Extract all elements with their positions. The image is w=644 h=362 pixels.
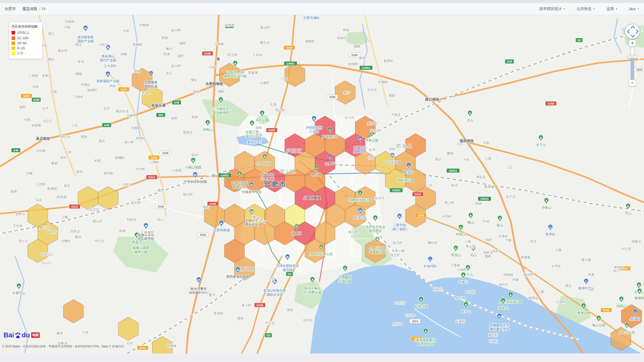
shield-text: S102: [286, 46, 293, 49]
tree-trunk: [239, 175, 240, 175]
legend-label: 6~15: [17, 46, 25, 50]
baidu-logo-bai: Bai: [4, 331, 14, 339]
tree-trunk: [456, 249, 456, 250]
zoom-in-button[interactable]: +: [629, 40, 636, 47]
map-label-town: 李大郢: [345, 116, 354, 120]
map-label-green: 棋盘山: [132, 240, 142, 244]
map-label-town: 郭郢: [255, 126, 262, 130]
toolbar-menu-1[interactable]: 公共快充 ▾: [577, 7, 595, 11]
shield-text: G5011: [449, 169, 457, 172]
map-label-town: 小郭村: [441, 214, 452, 218]
map-label-green: 尖山: [470, 253, 477, 257]
map-label-blue: 肥东站: [404, 170, 414, 174]
map-label-town: 山门李: [405, 313, 415, 317]
map-label-town: 徐郢: [368, 156, 375, 160]
zoom-slider-track[interactable]: [631, 47, 634, 79]
map-label-town: 松柯洪: [433, 288, 443, 291]
map-label-town: 践阳庙: [529, 296, 538, 300]
road-shield: G3: [286, 272, 293, 276]
map-label-dark: 银水湾餐饮休闲垂钓中心: [189, 287, 209, 295]
map-label-green: 鸡鸣山: [203, 128, 213, 131]
map-label-town: 小钱村: [457, 268, 467, 272]
toolbar-menu-0[interactable]: 按市辖区统计 ▾: [539, 7, 565, 11]
road-shield: G40: [505, 59, 514, 64]
map-canvas[interactable]: G40G40G40G40G4001G4001G4001G4001G3WG3G50…: [0, 0, 644, 362]
map-label-town: 李岗: [161, 36, 168, 40]
map-label-green: 合肥植物园: [257, 162, 273, 165]
zoom-slider-handle[interactable]: [628, 55, 637, 59]
map-label-town: 汪岗村: [225, 23, 235, 27]
toolbar-menu-3[interactable]: 2km ▾: [629, 7, 639, 11]
map-label-town: 新庄: [435, 157, 441, 161]
legend-swatch: [12, 31, 15, 34]
road-shield: S102: [284, 46, 295, 50]
map-label-town: 蔡田埠: [368, 122, 377, 125]
pan-control[interactable]: [625, 24, 640, 39]
map-label-town: 井岗: [109, 84, 116, 88]
map-label-town: 合树: [26, 171, 33, 175]
tree-trunk: [360, 194, 360, 195]
map-label-town: 行山口: [42, 261, 52, 265]
app: G40G40G40G40G4001G4001G4001G4001G3WG3G50…: [0, 0, 644, 362]
map-label-town: 阮大郢: [131, 201, 141, 205]
pan-left-icon[interactable]: [627, 29, 631, 34]
map-label-town: 魏庄: [48, 57, 55, 61]
legend-swatch: [12, 52, 15, 55]
shield-text: G312: [148, 176, 155, 179]
map-label-green: 鸡笼山: [456, 232, 466, 236]
shield-text: X006: [329, 96, 336, 99]
legend: 符合条件的终端数 100以上 51~100 16~50 6~15 1~5: [9, 22, 42, 59]
map-label-town: 梁湾: [76, 170, 83, 174]
map-label-town: 陈大郢: [260, 26, 270, 29]
map-label-town: 曹郢: [237, 317, 244, 321]
shield-text: G4001: [221, 174, 229, 177]
pan-up-icon[interactable]: [630, 26, 635, 30]
shield-text: G3: [267, 334, 270, 337]
shield-text: G312: [415, 193, 421, 196]
tree-trunk: [598, 319, 599, 320]
map-label-town: 四棵椿: [167, 344, 177, 348]
shield-text: G206: [268, 129, 275, 132]
map-label-town: 小葛: [464, 240, 471, 243]
map-label-town: 大松棵: [36, 149, 46, 153]
map-label-town: 颜桥: [485, 254, 491, 258]
map-label-town: 墩冲: [75, 235, 81, 239]
road-shield: G312: [69, 204, 80, 209]
shield-text: X038: [157, 205, 164, 208]
map-label-town: 周文: [565, 284, 572, 288]
map-label-town: 小曹: [537, 290, 544, 294]
map-label-town: 黑小庄: [19, 239, 28, 243]
map-label-green: 龟山公园: [592, 323, 605, 327]
road-shield: G312: [146, 175, 157, 179]
map-label-town: 丁陈鲁: [451, 263, 460, 267]
map-label-town: 邓洼: [530, 240, 537, 243]
map-label-water: 董铺水库: [247, 140, 260, 144]
map-label-town: 高刘街道: [116, 109, 129, 113]
shield-text: G40: [507, 60, 512, 63]
shield-text: G206: [548, 102, 554, 105]
pan-down-icon[interactable]: [630, 33, 635, 37]
map-label-town: 军帅圩: [337, 36, 347, 40]
tree-trunk: [463, 276, 464, 277]
toolbar: 合肥市 覆盖格数：74 按市辖区统计 ▾公共快充 ▾运营 ▾2km ▾: [0, 3, 644, 15]
toolbar-menu-2[interactable]: 运营 ▾: [607, 7, 617, 11]
tree-trunk: [503, 302, 503, 302]
map-label-town: 青山傍: [466, 244, 475, 248]
map-label-green: 中国(合肥)非物质文化遗产园: [224, 70, 247, 78]
map-label-town: 楚岗: [80, 135, 87, 139]
map-label-town: 北店子: [43, 119, 53, 123]
map-label-town: 小林岗: [214, 42, 224, 46]
shield-text: G4001: [286, 62, 295, 65]
plane-glyph: ✈: [150, 72, 152, 75]
map-label-town: 黄时村: [488, 333, 498, 337]
tree-trunk: [500, 219, 500, 220]
map-label-town: 大老山口: [41, 252, 54, 256]
map-label-green: 黑虎山: [451, 253, 461, 257]
map-label-town: 上王: [506, 165, 512, 169]
pan-right-icon[interactable]: [634, 29, 638, 34]
map-label-town: 横杜村: [428, 241, 438, 245]
map-label-town: 保小郢: [171, 28, 181, 32]
map-label-town: 凤凰集: [521, 255, 531, 259]
zoom-out-button[interactable]: −: [629, 79, 636, 86]
map-label-dark: 肥西老母鸡家园: [226, 275, 249, 279]
